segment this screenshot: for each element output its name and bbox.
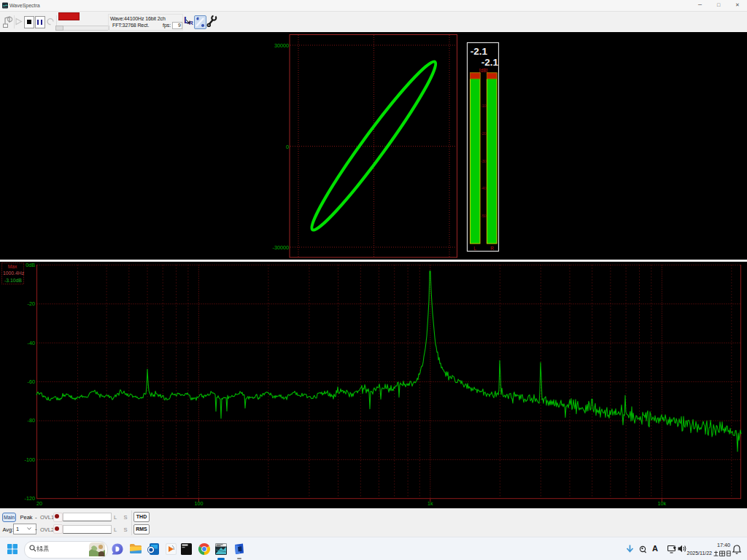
- svg-text:R: R: [490, 246, 494, 251]
- svg-text:-60: -60: [28, 378, 35, 385]
- svg-text:10k: 10k: [658, 500, 667, 507]
- svg-text:-2.1: -2.1: [481, 57, 499, 68]
- svg-text:-100: -100: [25, 456, 35, 463]
- svg-text:-3.10dB: -3.10dB: [4, 278, 22, 283]
- svg-text:20: 20: [36, 500, 42, 507]
- svg-text:0dB: 0dB: [26, 262, 35, 268]
- svg-text:-120: -120: [25, 495, 35, 502]
- svg-text:1k: 1k: [427, 500, 433, 507]
- svg-text:-30000: -30000: [273, 244, 289, 251]
- svg-text:Max: Max: [8, 264, 18, 269]
- svg-text:-80: -80: [28, 417, 35, 424]
- svg-text:-40: -40: [481, 186, 486, 190]
- svg-text:-30: -30: [481, 159, 486, 163]
- svg-text:-40: -40: [28, 340, 35, 346]
- svg-text:0: 0: [286, 144, 289, 150]
- svg-text:1000.4Hz: 1000.4Hz: [3, 271, 25, 276]
- svg-text:L: L: [473, 246, 476, 251]
- svg-text:-20: -20: [28, 300, 35, 307]
- svg-text:-2.1: -2.1: [471, 46, 488, 57]
- svg-text:-20: -20: [481, 131, 486, 136]
- svg-text:-50: -50: [481, 214, 486, 218]
- svg-text:-10: -10: [481, 104, 486, 108]
- svg-text:100: 100: [194, 500, 203, 507]
- svg-text:30000: 30000: [274, 42, 289, 49]
